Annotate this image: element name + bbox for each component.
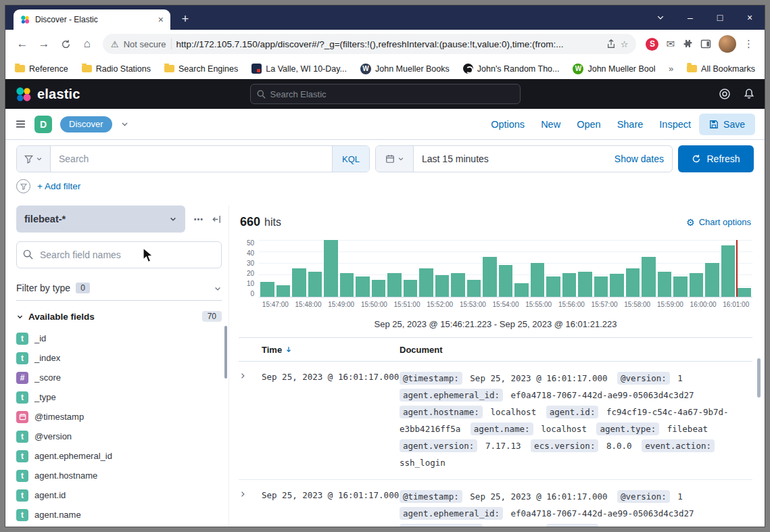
histogram-bar[interactable] [435, 275, 450, 297]
help-icon[interactable] [719, 88, 731, 100]
bookmark-item[interactable]: WJohn Mueller Books... [573, 64, 654, 74]
nav-link-options[interactable]: Options [491, 119, 525, 130]
histogram-bar[interactable] [578, 272, 592, 297]
global-search-input[interactable] [270, 89, 514, 99]
field-chip[interactable]: @timestamp: [400, 490, 462, 503]
grammar-extension-icon[interactable]: S [646, 38, 658, 51]
tab-search-icon[interactable] [646, 5, 675, 30]
field-chip[interactable]: agent.version: [400, 439, 477, 452]
menu-hamburger-icon[interactable] [15, 118, 26, 130]
field-chip[interactable]: @version: [617, 490, 670, 503]
space-avatar[interactable]: D [34, 116, 52, 133]
back-icon[interactable]: ← [12, 34, 32, 54]
field-chip[interactable]: agent.type: [596, 422, 659, 435]
histogram-bar[interactable] [292, 268, 306, 297]
histogram-bar[interactable] [324, 240, 338, 297]
minimize-button[interactable]: – [675, 5, 705, 30]
bookmark-item[interactable]: Reference [15, 64, 68, 74]
histogram-bar[interactable] [483, 257, 497, 297]
expand-row-button[interactable] [239, 488, 262, 527]
nav-link-new[interactable]: New [541, 119, 560, 130]
new-tab-button[interactable]: + [177, 12, 193, 26]
field-item[interactable]: t_type [16, 387, 222, 407]
query-search-input[interactable] [51, 146, 332, 172]
elastic-logo[interactable]: elastic [15, 86, 80, 103]
histogram-bar[interactable] [387, 273, 402, 297]
forward-icon[interactable]: → [34, 34, 54, 54]
histogram-bar[interactable] [705, 263, 719, 297]
field-chip[interactable]: agent.id: [546, 524, 599, 527]
filter-by-type-button[interactable]: Filter by type 0 [16, 275, 222, 301]
histogram-bar[interactable] [673, 276, 688, 297]
expand-row-button[interactable] [239, 370, 262, 471]
field-item[interactable]: #_score [16, 368, 222, 387]
side-panel-icon[interactable] [700, 39, 711, 49]
extensions-puzzle-icon[interactable] [682, 39, 693, 49]
sidebar-scrollbar[interactable] [224, 326, 227, 379]
collapse-sidebar-icon[interactable] [212, 214, 222, 224]
tab-close-icon[interactable]: × [158, 15, 164, 24]
field-chip[interactable]: ecs.version: [531, 439, 598, 452]
histogram-bar[interactable] [546, 276, 560, 297]
field-chip[interactable]: agent.id: [546, 406, 599, 418]
field-chip[interactable]: @timestamp: [400, 372, 462, 385]
histogram-bar[interactable] [610, 274, 624, 297]
histogram-bar[interactable] [308, 272, 322, 297]
histogram-bar[interactable] [419, 268, 433, 297]
histogram-bar[interactable] [562, 273, 577, 297]
share-icon[interactable] [606, 39, 616, 49]
bookmark-item[interactable]: La Valle, WI 10-Day... [251, 64, 347, 74]
bookmark-item[interactable]: Search Engines [164, 64, 238, 74]
histogram-plot[interactable] [259, 240, 752, 297]
address-bar[interactable]: ⚠ Not secure http://172.105.7.150/app/di… [103, 34, 636, 54]
histogram-bar[interactable] [467, 280, 481, 297]
maximize-button[interactable]: □ [705, 5, 735, 30]
all-bookmarks-button[interactable]: All Bookmarks [687, 64, 755, 74]
index-pattern-selector[interactable]: filebeat-* [16, 205, 185, 233]
field-search-input[interactable] [16, 241, 222, 268]
time-range-value[interactable]: Last 15 minutes [414, 146, 606, 172]
histogram-bar[interactable] [531, 263, 545, 297]
available-fields-header[interactable]: Available fields 70 [16, 311, 222, 322]
browser-tab[interactable]: Discover - Elastic × [14, 9, 170, 30]
field-chip[interactable]: agent.ephemeral_id: [400, 507, 503, 520]
nav-link-open[interactable]: Open [577, 119, 600, 130]
histogram-bar[interactable] [404, 280, 418, 297]
refresh-button[interactable]: Refresh [678, 145, 754, 172]
histogram-bar[interactable] [642, 257, 656, 297]
histogram-bar[interactable] [372, 280, 386, 297]
histogram-bar[interactable] [514, 283, 529, 297]
field-item[interactable]: tagent.hostname [16, 466, 222, 485]
histogram-bar[interactable] [340, 273, 354, 297]
nav-link-share[interactable]: Share [617, 119, 644, 130]
histogram-bar[interactable] [260, 282, 274, 297]
field-chip[interactable]: agent.name: [471, 422, 533, 435]
time-column-header[interactable]: Time [262, 345, 400, 355]
field-chip[interactable]: agent.hostname: [400, 524, 483, 527]
query-language-button[interactable]: KQL [332, 146, 369, 172]
histogram-bar[interactable] [451, 273, 465, 297]
chart-options-button[interactable]: ⚙ Chart options [686, 217, 751, 228]
save-button[interactable]: Save [699, 114, 755, 135]
close-button[interactable]: × [735, 5, 765, 30]
breadcrumb[interactable]: Discover [60, 116, 112, 132]
histogram-bar[interactable] [356, 276, 370, 297]
results-scrollbar[interactable] [757, 358, 761, 397]
field-chip[interactable]: @version: [617, 372, 670, 385]
field-item[interactable]: tagent.name [16, 505, 222, 525]
mail-extension-icon[interactable]: ✉ [666, 38, 675, 50]
field-item[interactable]: @timestamp [16, 407, 222, 427]
histogram-bar[interactable] [721, 245, 736, 297]
alerts-icon[interactable] [743, 88, 755, 100]
show-dates-button[interactable]: Show dates [606, 146, 672, 172]
histogram-bar[interactable] [499, 265, 513, 297]
histogram-bar[interactable] [737, 288, 751, 297]
filter-dropdown-button[interactable] [17, 146, 51, 172]
field-item[interactable]: tagent.ephemeral_id [16, 446, 222, 466]
field-chip[interactable]: agent.hostname: [400, 406, 483, 418]
field-item[interactable]: t_index [16, 348, 222, 368]
bookmark-item[interactable]: Radio Stations [82, 64, 151, 74]
field-chip[interactable]: event.action: [642, 439, 715, 452]
histogram-bar[interactable] [690, 273, 704, 297]
histogram-bar[interactable] [658, 272, 672, 297]
